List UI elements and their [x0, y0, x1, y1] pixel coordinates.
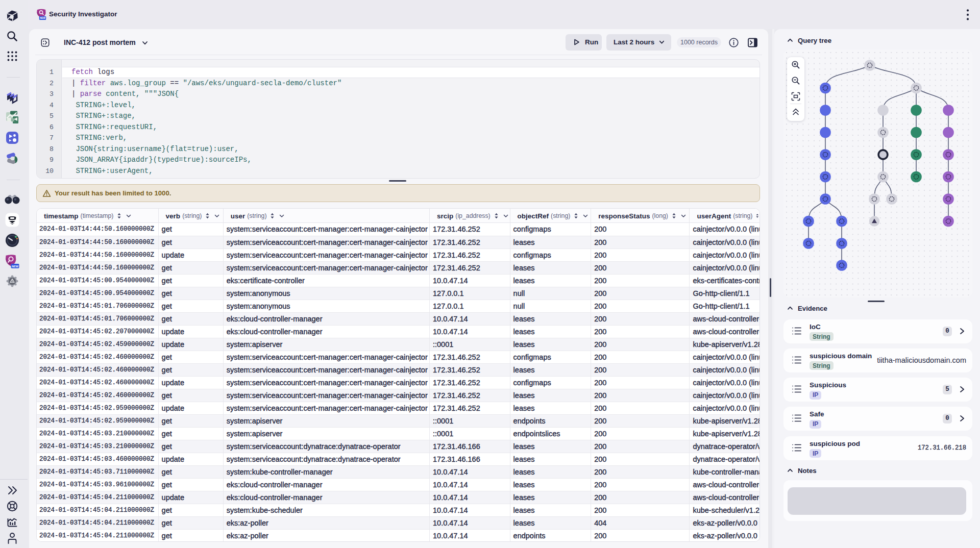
svg-text:NEW: NEW [40, 17, 45, 19]
svg-text:NEW: NEW [12, 265, 19, 268]
